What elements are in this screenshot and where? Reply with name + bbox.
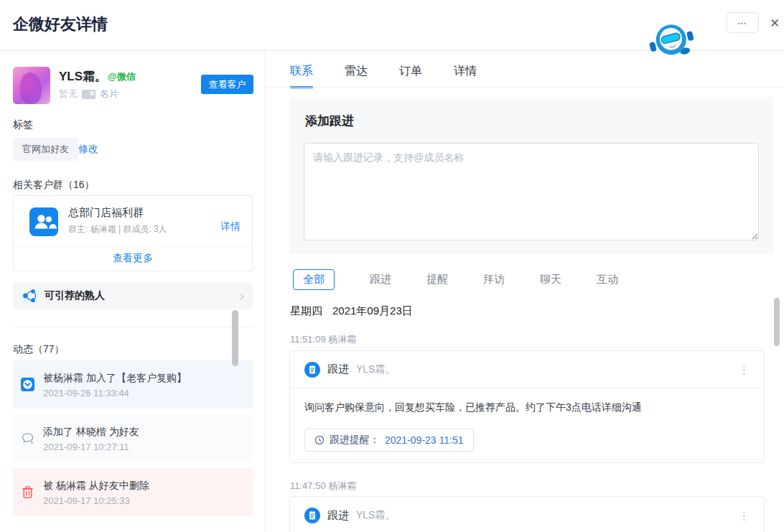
group-detail-link[interactable]: 详情 bbox=[220, 220, 241, 233]
activity-time: 2021-09-17 10:25:33 bbox=[43, 495, 243, 506]
record-filters: 全部 跟进 提醒 拜访 聊天 互动 bbox=[293, 269, 618, 290]
tag-added-icon bbox=[21, 378, 34, 391]
timeline-weekday: 星期四 bbox=[290, 304, 322, 317]
wecom-friend-detail-window: 企微好友详情 ●●● ✕ YLS霜。 @微信 暂无 名片 查看客户 标签 官网加… bbox=[0, 0, 784, 532]
tab-orders[interactable]: 订单 bbox=[399, 64, 422, 88]
view-more-groups-link[interactable]: 查看更多 bbox=[14, 252, 252, 265]
follow-up-record-card: 跟进 YLS霜。 ⋮ 询问客户购保意向，回复想买车险，已推荐产品。约了下午3点电… bbox=[289, 350, 765, 463]
business-card-link[interactable]: 名片 bbox=[100, 88, 118, 101]
more-actions-button[interactable]: ●●● bbox=[727, 12, 759, 33]
status-text: 暂无 bbox=[59, 88, 78, 101]
wechat-badge: @微信 bbox=[108, 70, 136, 83]
add-follow-up-title: 添加跟进 bbox=[305, 113, 354, 129]
activity-time: 2021-09-17 10:27:11 bbox=[43, 442, 243, 452]
activity-item[interactable]: 被杨淋霜 加入了【老客户复购】 2021-09-26 11:33:44 bbox=[13, 360, 253, 409]
business-card-icon bbox=[82, 90, 95, 99]
group-name: 总部门店福利群 bbox=[68, 206, 144, 220]
share-network-icon bbox=[22, 288, 37, 304]
activity-item[interactable]: 添加了 林晓楷 为好友 2021-09-17 10:27:11 bbox=[13, 414, 253, 462]
kebab-menu-icon[interactable]: ⋮ bbox=[739, 510, 750, 521]
activity-feed: 被杨淋霜 加入了【老客户复购】 2021-09-26 11:33:44 添加了 … bbox=[13, 360, 253, 532]
activity-text: 被杨淋霜 加入了【老客户复购】 bbox=[43, 370, 243, 385]
filter-all[interactable]: 全部 bbox=[293, 269, 335, 290]
edit-tags-link[interactable]: 修改 bbox=[78, 143, 98, 156]
ellipsis-icon: ●●● bbox=[738, 21, 747, 25]
view-customer-button[interactable]: 查看客户 bbox=[201, 75, 253, 94]
page-scrollbar[interactable] bbox=[774, 298, 780, 346]
assistant-robot-icon[interactable] bbox=[648, 24, 696, 57]
referral-row[interactable]: 可引荐的熟人 › bbox=[13, 282, 253, 309]
filter-chat[interactable]: 聊天 bbox=[540, 273, 561, 286]
record-content: 询问客户购保意向，回复想买车险，已推荐产品。约了下午3点电话详细沟通 bbox=[290, 388, 764, 414]
tags-label: 标签 bbox=[13, 118, 33, 131]
record-customer: YLS霜。 bbox=[356, 363, 395, 376]
activity-text: 被 杨淋霜 从好友中删除 bbox=[43, 478, 243, 493]
follow-up-record-card: 跟进 YLS霜。 ⋮ bbox=[289, 496, 765, 532]
timeline-date-header: 星期四2021年09月23日 bbox=[290, 304, 413, 318]
timeline-date: 2021年09月23日 bbox=[332, 304, 413, 317]
follow-up-input[interactable] bbox=[304, 143, 759, 241]
customer-sidebar: YLS霜。 @微信 暂无 名片 查看客户 标签 官网加好友 修改 相关客户群（1… bbox=[0, 51, 266, 532]
detail-tabs: 联系 雷达 订单 详情 bbox=[290, 64, 477, 88]
avatar[interactable] bbox=[13, 67, 50, 104]
activity-text: 添加了 林晓楷 为好友 bbox=[43, 424, 243, 439]
referral-label: 可引荐的熟人 bbox=[45, 289, 105, 302]
close-icon[interactable]: ✕ bbox=[767, 15, 783, 31]
group-icon bbox=[29, 207, 58, 236]
tab-radar[interactable]: 雷达 bbox=[345, 64, 368, 88]
record-customer: YLS霜。 bbox=[356, 509, 395, 522]
filter-follow-up[interactable]: 跟进 bbox=[370, 273, 391, 286]
follow-up-doc-icon bbox=[304, 362, 320, 378]
page-title: 企微好友详情 bbox=[13, 14, 108, 35]
record-type: 跟进 bbox=[327, 509, 349, 523]
feed-scrollbar[interactable] bbox=[232, 310, 238, 366]
follow-up-doc-icon bbox=[304, 508, 320, 523]
trash-icon bbox=[21, 485, 34, 499]
tab-details[interactable]: 详情 bbox=[454, 64, 477, 88]
tab-contact[interactable]: 联系 bbox=[290, 64, 313, 88]
clock-icon bbox=[314, 435, 325, 445]
customer-name: YLS霜。 bbox=[59, 68, 107, 85]
record-time-author: 11:47:50 杨淋霜 bbox=[290, 480, 356, 493]
add-follow-up-card: 添加跟进 bbox=[289, 97, 773, 254]
sidebar-divider bbox=[13, 327, 253, 327]
reminder-label: 跟进提醒： bbox=[330, 434, 380, 447]
record-type: 跟进 bbox=[327, 363, 349, 376]
tabs-divider bbox=[266, 87, 784, 88]
activity-item[interactable]: 被 杨淋霜 从好友中删除 2021-09-17 10:25:33 bbox=[13, 468, 253, 516]
group-meta: 群主: 杨淋霜 | 群成员: 3人 bbox=[68, 223, 167, 235]
filter-reminder[interactable]: 提醒 bbox=[426, 273, 448, 286]
record-time-author: 11:51:09 杨淋霜 bbox=[290, 333, 356, 346]
tag-chip[interactable]: 官网加好友 bbox=[13, 138, 78, 161]
groups-label: 相关客户群（16） bbox=[13, 179, 95, 192]
activities-label: 动态（77） bbox=[13, 343, 65, 356]
kebab-menu-icon[interactable]: ⋮ bbox=[739, 364, 750, 375]
chat-icon bbox=[21, 431, 34, 445]
filter-visit[interactable]: 拜访 bbox=[483, 273, 505, 286]
filter-interaction[interactable]: 互动 bbox=[597, 273, 618, 286]
group-card-divider bbox=[14, 246, 252, 247]
follow-up-reminder-chip[interactable]: 跟进提醒：2021-09-23 11:51 bbox=[304, 429, 474, 452]
group-card: 总部门店福利群 群主: 杨淋霜 | 群成员: 3人 详情 查看更多 bbox=[13, 195, 253, 271]
reminder-time: 2021-09-23 11:51 bbox=[385, 434, 464, 446]
chevron-right-icon: › bbox=[240, 289, 244, 302]
activity-time: 2021-09-26 11:33:44 bbox=[43, 388, 243, 398]
